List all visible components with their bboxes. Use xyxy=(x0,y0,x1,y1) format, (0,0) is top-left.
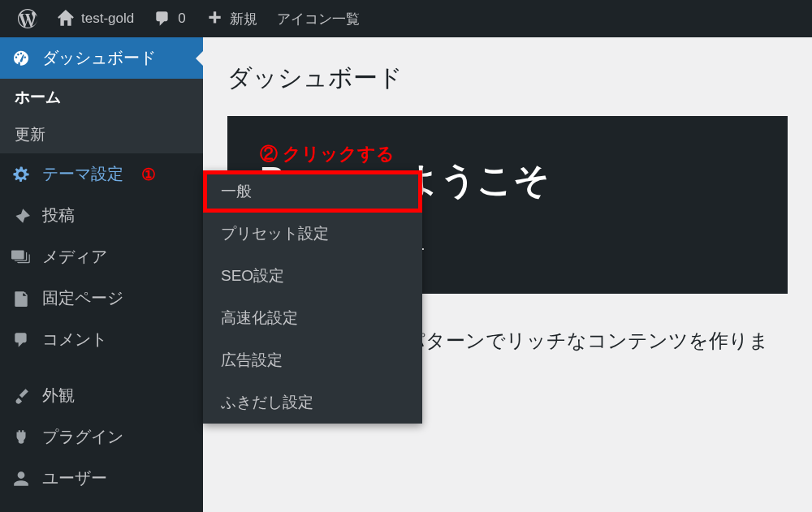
page-title: ダッシュボード xyxy=(227,62,788,95)
page-icon xyxy=(11,289,31,308)
brush-icon xyxy=(11,386,31,406)
annotation-marker-2: ② クリックする xyxy=(260,142,395,166)
admin-sidebar: ダッシュボード ホーム 更新 テーマ設定 ① 投稿 メディア 固定ページ コメン… xyxy=(0,37,203,512)
user-icon xyxy=(11,469,31,488)
theme-settings-flyout: 一般 プリセット設定 SEO設定 高速化設定 広告設定 ふきだし設定 xyxy=(203,170,422,424)
flyout-item-speed[interactable]: 高速化設定 xyxy=(203,297,422,339)
flyout-item-ads[interactable]: 広告設定 xyxy=(203,339,422,381)
sidebar-item-label: メディア xyxy=(42,246,107,268)
submenu-item-updates[interactable]: 更新 xyxy=(0,116,203,153)
sidebar-item-label: 外観 xyxy=(42,385,75,407)
flyout-item-seo[interactable]: SEO設定 xyxy=(203,255,422,297)
sidebar-item-comments[interactable]: コメント xyxy=(0,319,203,360)
sidebar-item-pages[interactable]: 固定ページ xyxy=(0,278,203,319)
media-icon xyxy=(11,247,31,267)
home-icon xyxy=(57,10,75,28)
new-content-label: 新規 xyxy=(230,10,257,28)
comment-icon xyxy=(153,10,171,28)
icon-list-label: アイコン一覧 xyxy=(277,10,360,28)
sidebar-item-plugins[interactable]: プラグイン xyxy=(0,416,203,458)
sidebar-item-label: ダッシュボード xyxy=(42,47,156,69)
sidebar-item-label: 固定ページ xyxy=(42,287,123,309)
sidebar-item-label: コメント xyxy=(42,329,107,351)
sidebar-item-dashboard[interactable]: ダッシュボード xyxy=(0,37,203,79)
wp-logo-menu[interactable] xyxy=(8,0,47,37)
flyout-item-balloon[interactable]: ふきだし設定 xyxy=(203,381,422,424)
comments-icon xyxy=(11,330,31,350)
dashboard-submenu: ホーム 更新 xyxy=(0,79,203,153)
new-content-menu[interactable]: 新規 xyxy=(196,0,267,37)
site-name-label: test-gold xyxy=(81,11,134,27)
plugin-icon xyxy=(11,428,31,447)
annotation-marker-1: ① xyxy=(141,165,156,184)
comments-menu[interactable]: 0 xyxy=(144,0,195,37)
sidebar-item-label: プラグイン xyxy=(42,426,123,448)
site-name-menu[interactable]: test-gold xyxy=(47,0,144,37)
sidebar-item-posts[interactable]: 投稿 xyxy=(0,195,203,236)
sidebar-item-users[interactable]: ユーザー xyxy=(0,458,203,499)
comments-count: 0 xyxy=(178,11,185,27)
sidebar-item-theme-settings[interactable]: テーマ設定 ① xyxy=(0,153,203,195)
flyout-item-preset[interactable]: プリセット設定 xyxy=(203,213,422,255)
gear-icon xyxy=(11,165,31,184)
admin-bar: test-gold 0 新規 アイコン一覧 xyxy=(0,0,812,37)
plus-icon xyxy=(205,10,223,28)
sidebar-item-media[interactable]: メディア xyxy=(0,236,203,278)
icon-list-menu[interactable]: アイコン一覧 xyxy=(267,0,369,37)
wordpress-icon xyxy=(18,9,37,28)
pin-icon xyxy=(11,206,31,226)
sidebar-item-label: 投稿 xyxy=(42,204,75,226)
dashboard-icon xyxy=(11,49,31,68)
sidebar-item-label: テーマ設定 xyxy=(42,163,123,185)
sidebar-item-appearance[interactable]: 外観 xyxy=(0,375,203,416)
submenu-item-home[interactable]: ホーム xyxy=(0,79,203,116)
flyout-item-general[interactable]: 一般 xyxy=(203,170,422,213)
sidebar-item-label: ユーザー xyxy=(42,467,107,489)
